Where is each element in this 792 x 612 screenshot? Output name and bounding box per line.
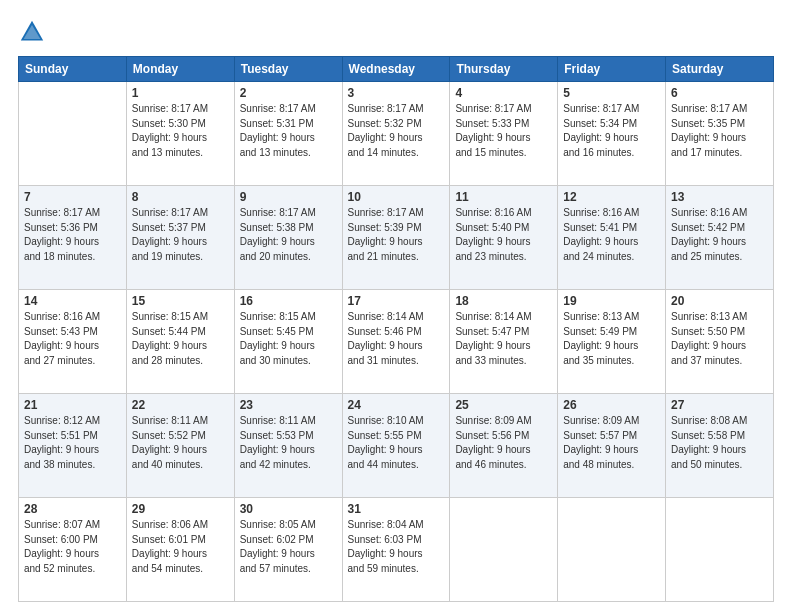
calendar-cell: 16Sunrise: 8:15 AMSunset: 5:45 PMDayligh… (234, 290, 342, 394)
day-info: Sunrise: 8:07 AMSunset: 6:00 PMDaylight:… (24, 518, 121, 576)
day-info: Sunrise: 8:17 AMSunset: 5:37 PMDaylight:… (132, 206, 229, 264)
day-number: 29 (132, 502, 229, 516)
calendar-cell: 10Sunrise: 8:17 AMSunset: 5:39 PMDayligh… (342, 186, 450, 290)
day-info: Sunrise: 8:17 AMSunset: 5:38 PMDaylight:… (240, 206, 337, 264)
week-row-1: 1Sunrise: 8:17 AMSunset: 5:30 PMDaylight… (19, 82, 774, 186)
header (18, 18, 774, 46)
day-number: 27 (671, 398, 768, 412)
calendar-cell: 17Sunrise: 8:14 AMSunset: 5:46 PMDayligh… (342, 290, 450, 394)
day-header-sunday: Sunday (19, 57, 127, 82)
day-info: Sunrise: 8:06 AMSunset: 6:01 PMDaylight:… (132, 518, 229, 576)
calendar-cell (666, 498, 774, 602)
day-number: 18 (455, 294, 552, 308)
calendar-cell: 28Sunrise: 8:07 AMSunset: 6:00 PMDayligh… (19, 498, 127, 602)
day-number: 10 (348, 190, 445, 204)
calendar-cell: 23Sunrise: 8:11 AMSunset: 5:53 PMDayligh… (234, 394, 342, 498)
calendar-cell: 27Sunrise: 8:08 AMSunset: 5:58 PMDayligh… (666, 394, 774, 498)
calendar-cell: 2Sunrise: 8:17 AMSunset: 5:31 PMDaylight… (234, 82, 342, 186)
day-number: 20 (671, 294, 768, 308)
day-number: 23 (240, 398, 337, 412)
week-row-2: 7Sunrise: 8:17 AMSunset: 5:36 PMDaylight… (19, 186, 774, 290)
calendar-cell: 9Sunrise: 8:17 AMSunset: 5:38 PMDaylight… (234, 186, 342, 290)
day-info: Sunrise: 8:11 AMSunset: 5:52 PMDaylight:… (132, 414, 229, 472)
day-number: 2 (240, 86, 337, 100)
day-info: Sunrise: 8:05 AMSunset: 6:02 PMDaylight:… (240, 518, 337, 576)
day-info: Sunrise: 8:13 AMSunset: 5:50 PMDaylight:… (671, 310, 768, 368)
day-number: 7 (24, 190, 121, 204)
calendar-cell: 18Sunrise: 8:14 AMSunset: 5:47 PMDayligh… (450, 290, 558, 394)
day-info: Sunrise: 8:12 AMSunset: 5:51 PMDaylight:… (24, 414, 121, 472)
day-info: Sunrise: 8:16 AMSunset: 5:42 PMDaylight:… (671, 206, 768, 264)
day-header-wednesday: Wednesday (342, 57, 450, 82)
day-info: Sunrise: 8:14 AMSunset: 5:47 PMDaylight:… (455, 310, 552, 368)
calendar-cell: 20Sunrise: 8:13 AMSunset: 5:50 PMDayligh… (666, 290, 774, 394)
day-header-tuesday: Tuesday (234, 57, 342, 82)
calendar-cell (558, 498, 666, 602)
calendar-cell: 3Sunrise: 8:17 AMSunset: 5:32 PMDaylight… (342, 82, 450, 186)
day-number: 16 (240, 294, 337, 308)
day-number: 13 (671, 190, 768, 204)
calendar-cell (19, 82, 127, 186)
day-number: 31 (348, 502, 445, 516)
calendar-cell: 19Sunrise: 8:13 AMSunset: 5:49 PMDayligh… (558, 290, 666, 394)
week-row-3: 14Sunrise: 8:16 AMSunset: 5:43 PMDayligh… (19, 290, 774, 394)
day-number: 17 (348, 294, 445, 308)
day-header-saturday: Saturday (666, 57, 774, 82)
calendar-cell: 22Sunrise: 8:11 AMSunset: 5:52 PMDayligh… (126, 394, 234, 498)
calendar-cell: 13Sunrise: 8:16 AMSunset: 5:42 PMDayligh… (666, 186, 774, 290)
day-number: 12 (563, 190, 660, 204)
day-number: 4 (455, 86, 552, 100)
day-number: 24 (348, 398, 445, 412)
day-number: 6 (671, 86, 768, 100)
day-info: Sunrise: 8:09 AMSunset: 5:57 PMDaylight:… (563, 414, 660, 472)
day-info: Sunrise: 8:17 AMSunset: 5:32 PMDaylight:… (348, 102, 445, 160)
day-info: Sunrise: 8:15 AMSunset: 5:45 PMDaylight:… (240, 310, 337, 368)
day-number: 8 (132, 190, 229, 204)
day-number: 22 (132, 398, 229, 412)
day-header-thursday: Thursday (450, 57, 558, 82)
day-info: Sunrise: 8:13 AMSunset: 5:49 PMDaylight:… (563, 310, 660, 368)
day-number: 15 (132, 294, 229, 308)
day-number: 28 (24, 502, 121, 516)
day-number: 11 (455, 190, 552, 204)
day-info: Sunrise: 8:16 AMSunset: 5:40 PMDaylight:… (455, 206, 552, 264)
calendar-cell: 14Sunrise: 8:16 AMSunset: 5:43 PMDayligh… (19, 290, 127, 394)
header-row: SundayMondayTuesdayWednesdayThursdayFrid… (19, 57, 774, 82)
day-info: Sunrise: 8:16 AMSunset: 5:41 PMDaylight:… (563, 206, 660, 264)
day-info: Sunrise: 8:14 AMSunset: 5:46 PMDaylight:… (348, 310, 445, 368)
page: SundayMondayTuesdayWednesdayThursdayFrid… (0, 0, 792, 612)
calendar-cell: 7Sunrise: 8:17 AMSunset: 5:36 PMDaylight… (19, 186, 127, 290)
calendar-cell: 11Sunrise: 8:16 AMSunset: 5:40 PMDayligh… (450, 186, 558, 290)
day-info: Sunrise: 8:17 AMSunset: 5:34 PMDaylight:… (563, 102, 660, 160)
calendar-cell: 1Sunrise: 8:17 AMSunset: 5:30 PMDaylight… (126, 82, 234, 186)
day-number: 26 (563, 398, 660, 412)
day-number: 3 (348, 86, 445, 100)
day-info: Sunrise: 8:17 AMSunset: 5:33 PMDaylight:… (455, 102, 552, 160)
day-number: 19 (563, 294, 660, 308)
day-info: Sunrise: 8:17 AMSunset: 5:39 PMDaylight:… (348, 206, 445, 264)
day-info: Sunrise: 8:17 AMSunset: 5:31 PMDaylight:… (240, 102, 337, 160)
calendar: SundayMondayTuesdayWednesdayThursdayFrid… (18, 56, 774, 602)
day-info: Sunrise: 8:08 AMSunset: 5:58 PMDaylight:… (671, 414, 768, 472)
calendar-cell: 25Sunrise: 8:09 AMSunset: 5:56 PMDayligh… (450, 394, 558, 498)
calendar-cell: 12Sunrise: 8:16 AMSunset: 5:41 PMDayligh… (558, 186, 666, 290)
day-number: 25 (455, 398, 552, 412)
calendar-cell: 21Sunrise: 8:12 AMSunset: 5:51 PMDayligh… (19, 394, 127, 498)
calendar-cell: 15Sunrise: 8:15 AMSunset: 5:44 PMDayligh… (126, 290, 234, 394)
day-number: 30 (240, 502, 337, 516)
logo-icon (18, 18, 46, 46)
calendar-cell (450, 498, 558, 602)
day-number: 9 (240, 190, 337, 204)
calendar-cell: 8Sunrise: 8:17 AMSunset: 5:37 PMDaylight… (126, 186, 234, 290)
calendar-cell: 30Sunrise: 8:05 AMSunset: 6:02 PMDayligh… (234, 498, 342, 602)
day-number: 5 (563, 86, 660, 100)
calendar-cell: 6Sunrise: 8:17 AMSunset: 5:35 PMDaylight… (666, 82, 774, 186)
day-info: Sunrise: 8:17 AMSunset: 5:36 PMDaylight:… (24, 206, 121, 264)
day-number: 14 (24, 294, 121, 308)
calendar-cell: 31Sunrise: 8:04 AMSunset: 6:03 PMDayligh… (342, 498, 450, 602)
logo (18, 18, 50, 46)
day-info: Sunrise: 8:04 AMSunset: 6:03 PMDaylight:… (348, 518, 445, 576)
week-row-5: 28Sunrise: 8:07 AMSunset: 6:00 PMDayligh… (19, 498, 774, 602)
day-info: Sunrise: 8:11 AMSunset: 5:53 PMDaylight:… (240, 414, 337, 472)
day-number: 21 (24, 398, 121, 412)
